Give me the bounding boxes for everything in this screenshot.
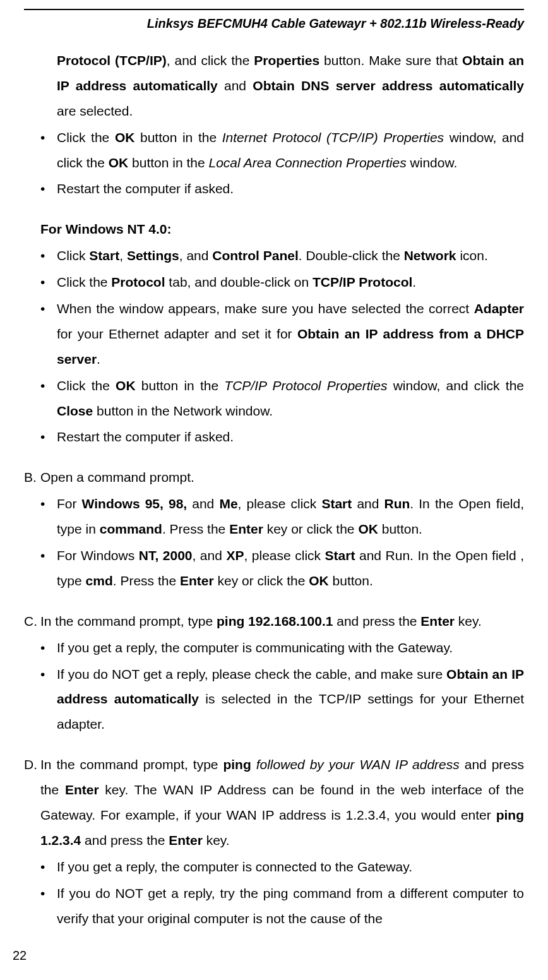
bullet-text: Click the OK button in the Internet Prot… xyxy=(57,125,524,176)
step-b: B. Open a command prompt. xyxy=(24,465,524,490)
bullet-icon: • xyxy=(40,125,57,176)
continuation-paragraph: Protocol (TCP/IP), and click the Propert… xyxy=(57,48,524,124)
bullet-icon: • xyxy=(40,373,57,424)
step-text: In the command prompt, type ping 192.168… xyxy=(40,609,524,634)
bullet-text: For Windows NT, 2000, and XP, please cli… xyxy=(57,543,524,594)
bullet-item: • If you do NOT get a reply, try the pin… xyxy=(40,881,524,931)
header-title: Linksys BEFCMUH4 Cable Gatewayr + 802.11… xyxy=(24,11,524,35)
letter-label: D. xyxy=(24,752,40,853)
bullet-text: When the window appears, make sure you h… xyxy=(57,296,524,372)
bullet-text: Click Start, Settings, and Control Panel… xyxy=(57,243,524,268)
bullet-item: • Restart the computer if asked. xyxy=(40,424,524,450)
bullet-item: • For Windows NT, 2000, and XP, please c… xyxy=(40,543,524,594)
letter-label: B. xyxy=(24,465,40,490)
bullet-text: If you do NOT get a reply, please check … xyxy=(57,662,524,738)
step-text: In the command prompt, type ping followe… xyxy=(40,752,524,853)
bullet-icon: • xyxy=(40,662,57,738)
bullet-icon: • xyxy=(40,491,57,542)
bullet-item: • For Windows 95, 98, and Me, please cli… xyxy=(40,491,524,542)
bullet-item: • Restart the computer if asked. xyxy=(40,176,524,201)
bullet-text: If you get a reply, the computer is comm… xyxy=(57,635,524,660)
bullet-item: • If you do NOT get a reply, please chec… xyxy=(40,662,524,738)
bullet-text: If you do NOT get a reply, try the ping … xyxy=(57,881,524,931)
step-d: D. In the command prompt, type ping foll… xyxy=(24,752,524,853)
bullet-icon: • xyxy=(40,176,57,201)
bullet-item: • Click the Protocol tab, and double-cli… xyxy=(40,270,524,295)
page-number: 22 xyxy=(13,943,27,967)
header-rule xyxy=(24,9,524,10)
bullet-text: Click the OK button in the TCP/IP Protoc… xyxy=(57,373,524,424)
bullet-icon: • xyxy=(40,424,57,450)
bullet-icon: • xyxy=(40,296,57,372)
bullet-item: • Click the OK button in the Internet Pr… xyxy=(40,125,524,176)
bullet-item: • Click the OK button in the TCP/IP Prot… xyxy=(40,373,524,424)
bullet-icon: • xyxy=(40,270,57,295)
bullet-text: Restart the computer if asked. xyxy=(57,424,524,450)
bullet-text: Restart the computer if asked. xyxy=(57,176,524,201)
step-text: Open a command prompt. xyxy=(40,465,524,490)
bullet-item: • When the window appears, make sure you… xyxy=(40,296,524,372)
bullet-icon: • xyxy=(40,635,57,660)
bullet-icon: • xyxy=(40,243,57,268)
letter-label: C. xyxy=(24,609,40,634)
bullet-icon: • xyxy=(40,854,57,880)
nt-heading: For Windows NT 4.0: xyxy=(40,217,524,242)
bullet-item: • If you get a reply, the computer is co… xyxy=(40,854,524,880)
bullet-item: • Click Start, Settings, and Control Pan… xyxy=(40,243,524,268)
bullet-item: • If you get a reply, the computer is co… xyxy=(40,635,524,660)
bullet-icon: • xyxy=(40,881,57,931)
page-content: Protocol (TCP/IP), and click the Propert… xyxy=(24,48,524,931)
step-c: C. In the command prompt, type ping 192.… xyxy=(24,609,524,634)
bullet-text: For Windows 95, 98, and Me, please click… xyxy=(57,491,524,542)
bullet-text: If you get a reply, the computer is conn… xyxy=(57,854,524,880)
bullet-icon: • xyxy=(40,543,57,594)
bullet-text: Click the Protocol tab, and double-click… xyxy=(57,270,524,295)
